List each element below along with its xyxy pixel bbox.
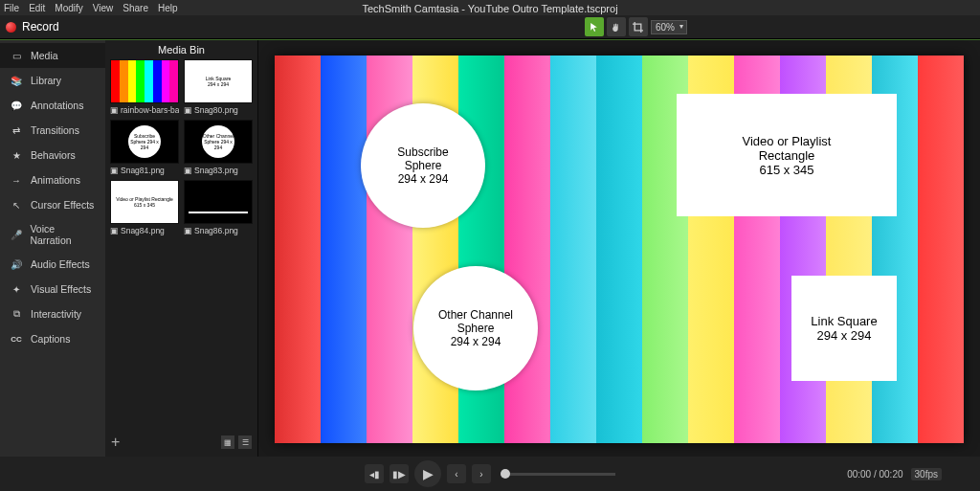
menu-help[interactable]: Help <box>158 3 178 13</box>
playback-bar: ◂▮ ▮▶ ▶ ‹ › 00:00 / 00:20 30fps <box>0 457 980 491</box>
step-fwd-button[interactable]: ‹ <box>447 464 466 483</box>
media-item[interactable]: ▣rainbow-bars-ba... <box>110 59 179 115</box>
media-item[interactable]: Video or Playlist Rectangle 615 x 345 ▣S… <box>110 180 179 235</box>
side-annotations[interactable]: 💬Annotations <box>0 93 105 118</box>
pan-tool[interactable] <box>607 17 626 36</box>
side-interactivity[interactable]: ⧉Interactivity <box>0 301 105 326</box>
step-back-button[interactable]: ▮▶ <box>390 464 409 483</box>
canvas-area[interactable]: Subscribe Sphere 294 x 294 Other Channel… <box>258 40 980 457</box>
menu-bar: File Edit Modify View Share Help <box>0 0 980 15</box>
media-item[interactable]: ▣Snag86.png <box>184 180 253 235</box>
link-square[interactable]: Link Square 294 x 294 <box>791 276 897 381</box>
fps-readout: 30fps <box>911 468 942 480</box>
menu-view[interactable]: View <box>93 3 114 13</box>
media-item[interactable]: Link Square 294 x 294 ▣Snag80.png <box>184 59 253 115</box>
menu-edit[interactable]: Edit <box>29 3 45 13</box>
annotations-icon: 💬 <box>10 99 23 112</box>
next-frame-button[interactable]: › <box>472 464 491 483</box>
crop-icon <box>633 22 643 33</box>
scrub-track[interactable] <box>501 473 615 476</box>
captions-icon: CC <box>10 332 23 346</box>
image-icon: ▣ <box>184 105 192 115</box>
rainbow-thumbnail <box>111 60 178 102</box>
side-nav: ▭Media 📚Library 💬Annotations ⇄Transition… <box>0 40 105 457</box>
side-library[interactable]: 📚Library <box>0 68 105 93</box>
canvas[interactable]: Subscribe Sphere 294 x 294 Other Channel… <box>275 56 964 443</box>
zoom-select[interactable]: 60% <box>651 20 687 34</box>
cursor-icon: ↖ <box>10 198 23 212</box>
side-behaviors[interactable]: ★Behaviors <box>0 143 105 167</box>
record-icon <box>6 22 16 33</box>
image-icon: ▣ <box>184 166 192 175</box>
list-view-button[interactable]: ☰ <box>238 435 252 449</box>
side-media[interactable]: ▭Media <box>0 43 105 68</box>
select-tool[interactable] <box>585 17 604 36</box>
grid-view-button[interactable]: ▦ <box>221 435 234 449</box>
hand-icon <box>611 22 621 33</box>
menu-share[interactable]: Share <box>122 3 148 13</box>
image-icon: ▣ <box>110 226 119 235</box>
side-captions[interactable]: CCCaptions <box>0 326 105 351</box>
interactivity-icon: ⧉ <box>10 307 23 321</box>
library-icon: 📚 <box>10 74 23 87</box>
canvas-toolbar: 60% <box>585 17 687 36</box>
voice-icon: 🎤 <box>10 228 22 241</box>
image-icon: ▣ <box>110 166 119 175</box>
pointer-icon <box>589 22 599 33</box>
side-visual[interactable]: ✦Visual Effects <box>0 277 105 301</box>
record-label: Record <box>22 20 59 33</box>
audio-icon: 🔊 <box>10 257 23 271</box>
menu-modify[interactable]: Modify <box>55 3 82 13</box>
image-icon: ▣ <box>110 105 119 115</box>
behaviors-icon: ★ <box>10 148 23 162</box>
time-readout: 00:00 / 00:20 <box>847 469 902 480</box>
crop-tool[interactable] <box>629 17 648 36</box>
play-button[interactable]: ▶ <box>414 460 441 487</box>
image-icon: ▣ <box>184 226 192 235</box>
media-item[interactable]: Subscribe Sphere 294 x 294 ▣Snag81.png <box>110 120 179 175</box>
record-button[interactable]: Record <box>6 20 59 33</box>
menu-file[interactable]: File <box>4 3 19 13</box>
add-media-button[interactable]: + <box>111 434 120 451</box>
media-bin-panel: Media Bin ▣rainbow-bars-ba... Link Squar… <box>105 40 258 457</box>
side-animations[interactable]: →Animations <box>0 167 105 192</box>
media-bin-title: Media Bin <box>105 40 257 59</box>
animations-icon: → <box>10 173 23 187</box>
side-cursor[interactable]: ↖Cursor Effects <box>0 192 105 217</box>
transitions-icon: ⇄ <box>10 123 23 137</box>
subscribe-sphere[interactable]: Subscribe Sphere 294 x 294 <box>361 103 485 228</box>
prev-frame-button[interactable]: ◂▮ <box>365 464 384 483</box>
media-item[interactable]: Other Channel Sphere 294 x 294 ▣Snag83.p… <box>184 120 253 175</box>
visual-icon: ✦ <box>10 282 23 296</box>
side-audio[interactable]: 🔊Audio Effects <box>0 252 105 277</box>
other-channel-sphere[interactable]: Other Channel Sphere 294 x 294 <box>413 266 538 391</box>
side-voice[interactable]: 🎤Voice Narration <box>0 217 105 252</box>
side-transitions[interactable]: ⇄Transitions <box>0 118 105 143</box>
media-icon: ▭ <box>10 49 23 62</box>
video-playlist-rectangle[interactable]: Video or Playlist Rectangle 615 x 345 <box>677 94 897 216</box>
